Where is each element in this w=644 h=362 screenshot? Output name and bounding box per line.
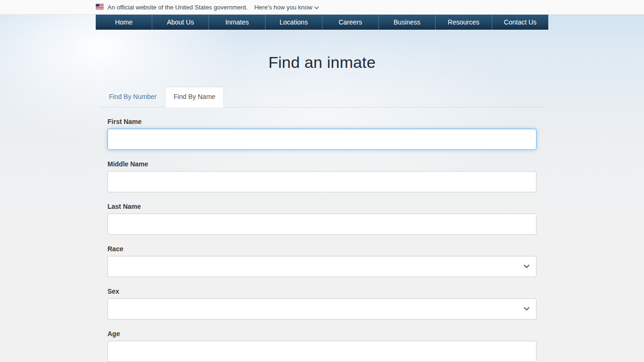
nav-item-contact-us[interactable]: Contact Us bbox=[492, 15, 548, 30]
find-by-name-form: First Name Middle Name Last Name Race Se… bbox=[96, 118, 548, 362]
sex-field-group: Sex bbox=[107, 288, 537, 320]
age-field-group: Age bbox=[107, 330, 537, 362]
content-column: Find By Number Find By Name First Name M… bbox=[96, 87, 548, 362]
sex-label: Sex bbox=[107, 288, 537, 295]
nav-item-locations[interactable]: Locations bbox=[265, 15, 322, 30]
last-name-field-group: Last Name bbox=[107, 203, 537, 235]
nav-item-careers[interactable]: Careers bbox=[322, 15, 379, 30]
main-nav: Home About Us Inmates Locations Careers … bbox=[96, 15, 548, 30]
first-name-field-group: First Name bbox=[107, 118, 537, 150]
nav-item-resources[interactable]: Resources bbox=[435, 15, 492, 30]
nav-item-home[interactable]: Home bbox=[96, 15, 152, 30]
first-name-input[interactable] bbox=[107, 129, 537, 150]
chevron-down-icon bbox=[314, 4, 319, 11]
middle-name-label: Middle Name bbox=[107, 160, 537, 168]
age-label: Age bbox=[107, 330, 537, 337]
tab-find-by-name[interactable]: Find By Name bbox=[165, 87, 224, 107]
heres-how-you-know-label: Here's how you know bbox=[254, 4, 312, 11]
sex-select[interactable] bbox=[107, 298, 537, 320]
nav-item-about-us[interactable]: About Us bbox=[152, 15, 208, 30]
middle-name-input[interactable] bbox=[107, 171, 537, 192]
tab-bar: Find By Number Find By Name bbox=[100, 87, 544, 107]
heres-how-you-know-link[interactable]: Here's how you know bbox=[254, 4, 319, 11]
gov-banner: An official website of the United States… bbox=[0, 0, 644, 15]
us-flag-icon bbox=[96, 4, 104, 11]
last-name-input[interactable] bbox=[107, 214, 537, 235]
race-select[interactable] bbox=[107, 256, 537, 277]
first-name-label: First Name bbox=[107, 118, 537, 125]
tab-find-by-number[interactable]: Find By Number bbox=[100, 87, 165, 107]
last-name-label: Last Name bbox=[107, 203, 537, 210]
page-title: Find an inmate bbox=[0, 53, 644, 72]
official-website-text: An official website of the United States… bbox=[107, 4, 248, 11]
nav-item-business[interactable]: Business bbox=[379, 15, 435, 30]
nav-item-inmates[interactable]: Inmates bbox=[208, 15, 265, 30]
race-label: Race bbox=[107, 245, 537, 253]
age-input[interactable] bbox=[107, 341, 537, 362]
middle-name-field-group: Middle Name bbox=[107, 160, 537, 192]
race-field-group: Race bbox=[107, 245, 537, 277]
